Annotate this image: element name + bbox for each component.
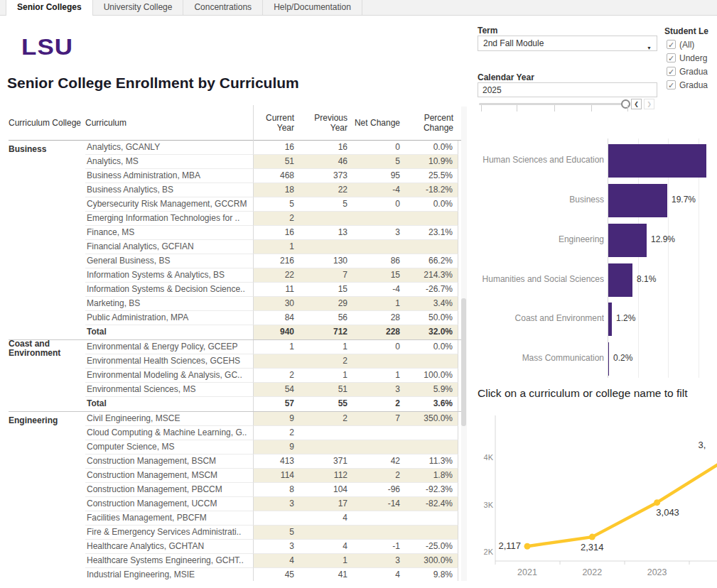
curriculum-cell[interactable]: Emerging Information Technologies for .. xyxy=(85,212,253,226)
college-name-cell[interactable] xyxy=(9,303,85,305)
checkbox-icon[interactable]: ✓ xyxy=(667,40,676,49)
calendar-year-input[interactable] xyxy=(478,82,657,97)
net-change-cell: 7 xyxy=(350,412,403,426)
curriculum-cell[interactable]: Finance, MS xyxy=(85,226,253,240)
curriculum-cell[interactable]: Civil Engineering, MSCE xyxy=(85,412,253,426)
curriculum-cell[interactable]: Facilities Management, PBCFM xyxy=(85,511,253,526)
tab-senior-colleges[interactable]: Senior Colleges xyxy=(6,0,93,16)
college-name-cell[interactable] xyxy=(9,489,85,491)
college-name-cell[interactable] xyxy=(9,175,85,178)
college-name-cell[interactable] xyxy=(9,460,85,463)
curriculum-cell[interactable]: Public Administration, MPA xyxy=(85,311,253,325)
college-name-cell[interactable] xyxy=(9,360,85,363)
checkbox-icon[interactable]: ✓ xyxy=(667,53,676,62)
college-name-cell[interactable] xyxy=(9,517,85,520)
college-name-cell[interactable]: Business xyxy=(9,142,85,154)
student-level-option-underg-1[interactable]: ✓Underg xyxy=(667,51,707,62)
table-scrollbar-thumb[interactable] xyxy=(461,298,466,426)
curriculum-cell[interactable]: Information Systems & Analytics, BS xyxy=(85,268,253,283)
tab-help-documentation[interactable]: Help/Documentation xyxy=(263,0,362,15)
college-name-cell[interactable] xyxy=(9,232,85,234)
curriculum-cell[interactable]: Environmental & Energy Policy, GCEEP xyxy=(85,340,253,354)
college-name-cell[interactable] xyxy=(9,446,85,449)
curriculum-cell[interactable]: Healthcare Systems Engineering, GCHT.. xyxy=(85,554,253,568)
college-name-cell[interactable] xyxy=(9,388,85,391)
curriculum-cell[interactable]: Financial Analytics, GCFIAN xyxy=(85,240,253,254)
tab-strip: Senior CollegesUniversity CollegeConcent… xyxy=(0,0,717,16)
curriculum-cell[interactable]: Total xyxy=(85,325,253,339)
curriculum-cell[interactable]: Business Administration, MBA xyxy=(85,169,253,183)
curriculum-cell[interactable]: Environmental Modeling & Analysis, GC.. xyxy=(85,369,253,383)
curriculum-cell[interactable]: Total xyxy=(85,397,253,411)
curriculum-cell[interactable]: Computer Science, MS xyxy=(85,440,253,454)
bar-category-label-engineering[interactable]: Engineering xyxy=(478,234,604,244)
college-name-cell[interactable] xyxy=(9,217,85,220)
bar-category-label-human-sciences-and-education[interactable]: Human Sciences and Education xyxy=(478,155,604,165)
tab-university-college[interactable]: University College xyxy=(93,0,184,15)
curriculum-cell[interactable]: Construction Management, UCCM xyxy=(85,497,253,511)
table-row: Finance, MS1613323.1% xyxy=(9,226,467,240)
bar-category-label-business[interactable]: Business xyxy=(478,195,604,205)
college-name-cell[interactable] xyxy=(9,531,85,534)
college-name-cell[interactable]: Coast and Environment xyxy=(9,337,85,358)
bar-engineering[interactable] xyxy=(608,224,647,257)
bar-mass-communication[interactable] xyxy=(608,342,609,376)
curriculum-cell[interactable]: General Business, BS xyxy=(85,254,253,268)
curriculum-cell[interactable]: Fire & Emergency Services Administrati.. xyxy=(85,526,253,540)
college-name-cell[interactable] xyxy=(9,288,85,291)
curriculum-cell[interactable]: Construction Management, BSCM xyxy=(85,454,253,469)
college-name-cell[interactable] xyxy=(9,260,85,263)
slider-handle[interactable] xyxy=(621,99,630,109)
student-level-option-gradua-2[interactable]: ✓Gradua xyxy=(667,65,708,76)
college-name-cell[interactable] xyxy=(9,317,85,320)
curriculum-cell[interactable]: Business Analytics, BS xyxy=(85,183,253,197)
curriculum-cell[interactable]: Analytics, GCANLY xyxy=(85,141,253,155)
data-point-marker[interactable] xyxy=(589,534,595,540)
curriculum-cell[interactable]: Construction Management, MSCM xyxy=(85,469,253,483)
college-name-cell[interactable] xyxy=(9,203,85,206)
curriculum-cell[interactable]: Healthcare Analytics, GCHTAN xyxy=(85,540,253,554)
curriculum-cell[interactable]: Environmental Sciences, MS xyxy=(85,383,253,397)
college-name-cell[interactable] xyxy=(9,160,85,163)
slider-track[interactable] xyxy=(479,103,626,105)
bar-coast-and-environment[interactable] xyxy=(608,303,612,336)
curriculum-cell[interactable]: Environmental Health Sciences, GCEHS xyxy=(85,354,253,369)
student-level-option-all[interactable]: ✓(All) xyxy=(667,38,694,49)
curriculum-cell[interactable]: Marketing, BS xyxy=(85,297,253,311)
college-name-cell[interactable] xyxy=(9,331,85,334)
curriculum-cell[interactable]: Cybersecurity Risk Management, GCCRM xyxy=(85,197,253,212)
college-name-cell[interactable] xyxy=(9,274,85,277)
bar-category-label-humanities-and-social-sciences[interactable]: Humanities and Social Sciences xyxy=(478,274,604,284)
college-name-cell[interactable] xyxy=(9,246,85,249)
college-name-cell[interactable]: Engineering xyxy=(9,413,85,425)
data-point-marker[interactable] xyxy=(654,499,660,506)
slider-prev-button[interactable]: ❮ xyxy=(631,99,642,109)
college-name-cell[interactable] xyxy=(9,560,85,562)
bar-business[interactable] xyxy=(608,184,667,217)
college-name-cell[interactable] xyxy=(9,474,85,477)
college-name-cell[interactable] xyxy=(9,189,85,192)
college-name-cell[interactable] xyxy=(9,432,85,435)
data-point-marker[interactable] xyxy=(524,543,531,550)
term-dropdown[interactable]: 2nd Fall Module ▼ xyxy=(478,36,657,51)
curriculum-cell[interactable]: Construction Management, PBCCM xyxy=(85,483,253,497)
student-level-option-gradua-3[interactable]: ✓Gradua xyxy=(667,78,708,89)
bar-humanities-and-social-sciences[interactable] xyxy=(608,263,632,297)
bar-category-label-mass-communication[interactable]: Mass Communication xyxy=(478,353,604,363)
curriculum-cell[interactable]: Analytics, MS xyxy=(85,155,253,169)
college-name-cell[interactable] xyxy=(9,574,85,577)
checkbox-icon[interactable]: ✓ xyxy=(667,80,676,89)
bar-human-sciences-and-education[interactable] xyxy=(608,144,706,178)
bar-category-label-coast-and-environment[interactable]: Coast and Environment xyxy=(478,313,604,323)
slider-next-button[interactable]: ❯ xyxy=(644,99,654,109)
college-name-cell[interactable] xyxy=(9,545,85,548)
curriculum-cell[interactable]: Industrial Engineering, MSIE xyxy=(85,568,253,581)
college-name-cell[interactable] xyxy=(9,503,85,506)
college-name-cell[interactable] xyxy=(9,403,85,405)
current-year-cell: 8 xyxy=(253,483,297,497)
checkbox-icon[interactable]: ✓ xyxy=(667,67,676,76)
tab-concentrations[interactable]: Concentrations xyxy=(183,0,263,15)
curriculum-cell[interactable]: Information Systems & Decision Science.. xyxy=(85,283,253,297)
college-name-cell[interactable] xyxy=(9,374,85,377)
curriculum-cell[interactable]: Cloud Computing & Machine Learning, G.. xyxy=(85,426,253,440)
